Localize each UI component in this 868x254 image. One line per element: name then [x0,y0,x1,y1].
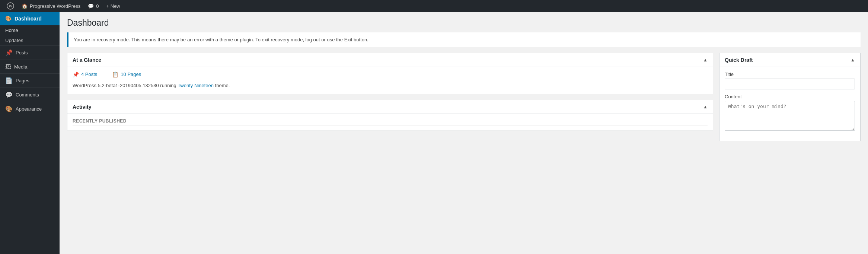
quick-draft-body: Title Content [719,67,860,141]
content-label: Content [725,94,855,99]
appearance-icon: 🎨 [5,105,13,112]
sidebar-item-comments[interactable]: 💬 Comments [0,88,60,102]
title-field-group: Title [725,72,855,89]
pin-icon: 📌 [73,72,79,77]
comments-count: 0 [96,3,99,9]
pages-count-label: 10 Pages [121,72,141,77]
main-wrap: 🎨 Dashboard Home Updates 📌 Posts 🖼 Media… [0,12,868,254]
sidebar-item-media[interactable]: 🖼 Media [0,60,60,73]
media-label: Media [14,64,27,70]
comments-icon: 💬 [88,3,94,9]
right-column: Quick Draft ▲ Title Content [719,53,861,141]
sidebar-item-home[interactable]: Home [0,25,60,35]
sidebar: 🎨 Dashboard Home Updates 📌 Posts 🖼 Media… [0,12,60,254]
pages-icon: 📄 [5,77,13,84]
pages-label: Pages [16,78,29,83]
admin-bar: W 🏠 Progressive WordPress 💬 0 + New [0,0,868,12]
at-a-glance-title: At a Glance [73,57,101,63]
activity-toggle[interactable]: ▲ [703,104,708,109]
recently-published-label: Recently Published [73,118,708,126]
wp-info-suffix: theme. [214,83,230,88]
sidebar-item-appearance[interactable]: 🎨 Appearance [0,102,60,116]
at-a-glance-widget: At a Glance ▲ 📌 4 Posts 📋 [67,53,713,95]
activity-widget: Activity ▲ Recently Published [67,100,713,130]
sidebar-item-updates[interactable]: Updates [0,35,60,45]
sidebar-active-item[interactable]: 🎨 Dashboard [0,12,60,25]
content-textarea[interactable] [725,101,855,131]
title-input[interactable] [725,79,855,89]
posts-count-link[interactable]: 📌 4 Posts [73,72,97,77]
content-field-group: Content [725,94,855,132]
at-a-glance-header: At a Glance ▲ [67,53,713,67]
recovery-notice-text: You are in recovery mode. This means the… [74,37,368,42]
sidebar-item-pages[interactable]: 📄 Pages [0,73,60,88]
posts-icon: 📌 [5,49,13,56]
page-icon: 📋 [112,72,118,77]
quick-draft-widget: Quick Draft ▲ Title Content [719,53,861,141]
activity-body: Recently Published [67,114,713,130]
appearance-label: Appearance [16,106,42,112]
activity-title: Activity [73,104,92,110]
dashboard-icon: 🎨 [5,16,12,22]
posts-label: Posts [16,50,28,55]
recovery-notice: You are in recovery mode. This means the… [67,32,861,47]
new-content-label: + New [106,3,120,9]
wp-logo-button[interactable]: W [3,0,18,12]
activity-header: Activity ▲ [67,100,713,114]
theme-link[interactable]: Twenty Nineteen [178,83,214,88]
new-content-button[interactable]: + New [103,0,124,12]
glance-counts: 📌 4 Posts 📋 10 Pages [73,72,708,77]
quick-draft-title: Quick Draft [725,57,753,63]
wp-version-text: WordPress 5.2-beta1-20190405.132530 runn… [73,83,178,88]
main-content: Dashboard You are in recovery mode. This… [60,12,868,254]
at-a-glance-body: 📌 4 Posts 📋 10 Pages WordPress 5.2-beta1… [67,67,713,94]
title-label: Title [725,72,855,77]
quick-draft-header: Quick Draft ▲ [719,53,860,67]
content-wrap: Dashboard You are in recovery mode. This… [60,12,868,147]
comments-sidebar-icon: 💬 [5,91,13,98]
posts-count-label: 4 Posts [81,72,97,77]
site-name-label: Progressive WordPress [30,3,80,9]
comments-sidebar-label: Comments [16,92,39,98]
page-title: Dashboard [67,18,861,28]
site-name-button[interactable]: 🏠 Progressive WordPress [18,0,84,12]
sidebar-item-posts[interactable]: 📌 Posts [0,45,60,60]
home-icon: 🏠 [22,3,28,9]
at-a-glance-toggle[interactable]: ▲ [703,57,708,63]
quick-draft-toggle[interactable]: ▲ [851,57,855,63]
glance-wp-info: WordPress 5.2-beta1-20190405.132530 runn… [73,82,708,90]
dashboard-columns: At a Glance ▲ 📌 4 Posts 📋 [67,53,861,141]
media-icon: 🖼 [5,63,11,70]
pages-count-link[interactable]: 📋 10 Pages [112,72,141,77]
svg-text:W: W [9,4,12,8]
comments-button[interactable]: 💬 0 [84,0,102,12]
sidebar-active-label: Dashboard [15,16,42,22]
left-column: At a Glance ▲ 📌 4 Posts 📋 [67,53,713,131]
